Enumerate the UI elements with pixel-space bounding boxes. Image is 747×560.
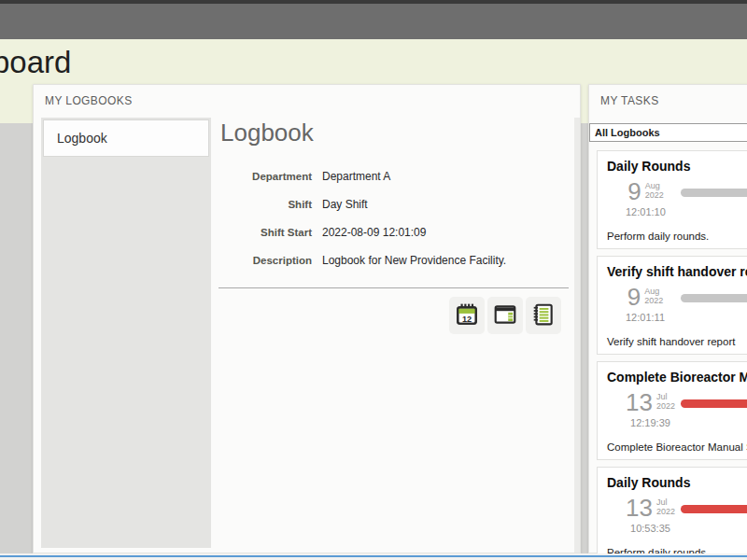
task-due-date: 13 Jul 2022 10:53:35: [626, 496, 675, 534]
field-value: 2022-08-09 12:01:09: [322, 226, 426, 239]
due-day: 9: [627, 285, 641, 309]
due-year: 2022: [656, 507, 675, 516]
task-description: Complete Bioreactor Manual Sampl: [607, 441, 747, 453]
field-row-description: Description Logbook for New Providence F…: [218, 246, 569, 274]
task-title: Daily Rounds: [607, 159, 747, 174]
task-status-bar: [681, 294, 747, 302]
task-due-date: 9 Aug 2022 12:01:10: [626, 179, 666, 217]
due-time: 12:19:39: [630, 417, 670, 428]
logbooks-scrollbar-track[interactable]: [574, 118, 580, 553]
task-card[interactable]: Complete Bioreactor Manual Sampl 13 Jul …: [597, 361, 747, 460]
logbook-list: Logbook: [41, 118, 211, 548]
field-row-department: Department Department A: [218, 162, 569, 190]
field-value: Department A: [322, 170, 390, 183]
task-description: Verify shift handover report: [607, 336, 735, 347]
task-status-bar: [681, 399, 747, 408]
task-title: Daily Rounds: [607, 475, 747, 490]
due-time: 12:01:10: [626, 206, 666, 217]
task-status-bar: [681, 189, 747, 197]
task-status-bar: [681, 505, 747, 513]
logbook-action-buttons: 12: [218, 297, 561, 334]
task-due-date: 13 Jul 2022 12:19:39: [626, 390, 675, 428]
due-year: 2022: [645, 190, 664, 200]
notebook-icon: [531, 302, 556, 329]
due-year: 2022: [644, 296, 663, 305]
logbook-view-button[interactable]: [526, 297, 561, 334]
due-day: 13: [626, 390, 653, 414]
logbook-filter-select[interactable]: All Logbooks: [589, 123, 747, 142]
task-card[interactable]: Daily Rounds 9 Aug 2022 12:01:10 Perform…: [597, 150, 747, 249]
due-time: 10:53:35: [630, 523, 670, 534]
panel-view-button[interactable]: [487, 297, 523, 334]
task-card-list: Daily Rounds 9 Aug 2022 12:01:10 Perform…: [597, 150, 747, 560]
my-logbooks-panel: MY LOGBOOKS Logbook Logbook Department D…: [33, 84, 581, 553]
window-panel-icon: [493, 302, 517, 329]
field-label: Description: [218, 255, 312, 266]
logbook-list-item[interactable]: Logbook: [43, 119, 209, 157]
task-due-date: 9 Aug 2022 12:01:11: [626, 285, 665, 323]
bottom-accent-line: [0, 555, 747, 557]
due-year: 2022: [656, 401, 675, 411]
due-month: Jul: [656, 392, 675, 401]
field-label: Department: [218, 171, 312, 182]
my-logbooks-panel-header: MY LOGBOOKS: [45, 94, 133, 107]
calendar-view-button[interactable]: 12: [449, 297, 485, 334]
task-description: Perform daily rounds.: [607, 231, 709, 242]
due-time: 12:01:11: [626, 312, 665, 323]
due-month: Aug: [644, 287, 663, 296]
due-month: Jul: [656, 497, 675, 507]
due-month: Aug: [645, 181, 664, 190]
logbook-detail-title: Logbook: [220, 119, 569, 147]
my-tasks-panel-header: MY TASKS: [600, 94, 659, 107]
page-title: board: [0, 45, 71, 80]
svg-text:12: 12: [462, 314, 472, 323]
detail-divider: [218, 287, 569, 288]
field-row-shift-start: Shift Start 2022-08-09 12:01:09: [218, 218, 569, 246]
task-title: Verify shift handover report: [607, 264, 747, 279]
field-label: Shift: [218, 199, 312, 210]
task-card[interactable]: Verify shift handover report 9 Aug 2022 …: [597, 256, 747, 355]
field-row-shift: Shift Day Shift: [218, 190, 569, 218]
logbook-detail: Logbook Department Department A Shift Da…: [218, 113, 569, 334]
task-card[interactable]: Daily Rounds 13 Jul 2022 10:53:35 Perfor…: [597, 467, 747, 560]
my-tasks-panel: MY TASKS All Logbooks Daily Rounds 9 Aug…: [588, 84, 747, 553]
calendar-icon: 12: [455, 302, 479, 329]
due-day: 13: [626, 496, 653, 520]
due-day: 9: [627, 179, 641, 203]
field-value: Logbook for New Providence Facility.: [322, 254, 506, 267]
field-value: Day Shift: [322, 198, 368, 211]
field-label: Shift Start: [218, 227, 312, 238]
window-title-bar: [0, 4, 747, 39]
task-title: Complete Bioreactor Manual Sampl: [607, 370, 747, 385]
